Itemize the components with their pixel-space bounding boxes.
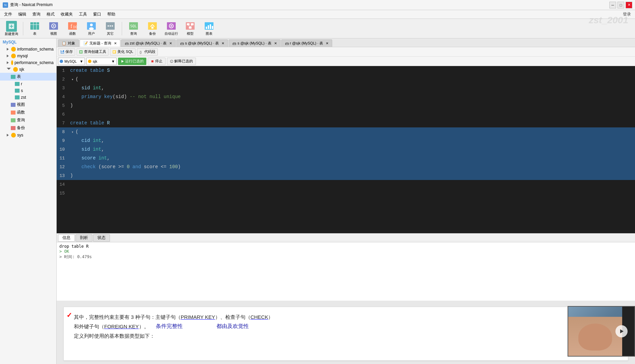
code-line-13: 13 ) (57, 171, 635, 180)
titlebar: N 查询 - Navicat Premium ─ □ ✕ (0, 0, 635, 10)
line-num-5: 5 (57, 103, 69, 108)
menu-favorites[interactable]: 收藏夹 (58, 11, 76, 18)
toolbar-backup[interactable]: 备份 (144, 20, 161, 37)
db-select[interactable]: MySQL ▼ (58, 58, 85, 65)
sidebar-item-queries[interactable]: 查询 (0, 116, 56, 124)
tab-s2[interactable]: 🗃 s @sjk (MySQL) · 表 ✕ (229, 39, 280, 47)
sidebar-db-header[interactable]: MySQL (0, 38, 56, 46)
menu-query[interactable]: 查询 (30, 11, 43, 18)
sidebar-item-information-schema[interactable]: information_schema (0, 46, 56, 53)
menu-window[interactable]: 窗口 (90, 11, 104, 18)
video-overlay[interactable] (568, 306, 635, 357)
save-button[interactable]: 保存 (58, 48, 75, 56)
btab-profiling[interactable]: 剖析 (76, 234, 92, 242)
user-icon (87, 21, 96, 31)
code-button[interactable]: {} 代码段 (137, 48, 158, 56)
tab-s1-close[interactable]: ✕ (222, 41, 224, 45)
tab-zst-close[interactable]: ✕ (169, 41, 172, 45)
chart-icon (204, 21, 214, 31)
sidebar: MySQL information_schema mysql performan… (0, 38, 57, 364)
btab-status-label: 状态 (97, 235, 106, 241)
line-num-1: 1 (57, 68, 69, 73)
toolbar-chart[interactable]: 图表 (200, 20, 218, 37)
close-button[interactable]: ✕ (626, 2, 632, 8)
schema-dropdown-icon: ▼ (111, 59, 115, 63)
toolbar-table[interactable]: 表 (26, 20, 44, 37)
svg-point-18 (110, 25, 111, 27)
code-line-6: 6 (57, 110, 635, 119)
annotation-line2-text: 和外键子句（FOREIGN KEY）。 (74, 322, 149, 331)
sidebar-item-performance-schema[interactable]: performance_schema (0, 59, 56, 66)
menu-tools[interactable]: 工具 (76, 11, 90, 18)
tab-zst[interactable]: 🗃 zst @sjk (MySQL) · 表 ✕ (121, 39, 176, 47)
editor-and-bottom: 1 create table S 2 ▾( 3 sid int, 4 prima… (57, 66, 635, 364)
mysql-icon (60, 60, 63, 63)
svg-rect-37 (212, 26, 213, 29)
annotation-panel: ✓ 其中，完整性约束主要有 3 种子句：主键子句（PRIMARY KEY）、检查… (63, 307, 628, 361)
run-selected-button[interactable]: 运行已选的 (118, 58, 146, 65)
svg-text:(x): (x) (73, 25, 77, 29)
query-icon (11, 118, 16, 122)
table-icon (15, 89, 20, 93)
beautify-button[interactable]: 美化 SQL (110, 48, 136, 56)
toolbar-user[interactable]: 用户 (83, 20, 100, 37)
sidebar-item-views[interactable]: 视图 (0, 101, 56, 109)
tab-close-icon[interactable]: ✕ (114, 41, 117, 45)
tab-s2-close[interactable]: ✕ (274, 41, 277, 45)
run-icon (121, 60, 124, 63)
table-icon (15, 82, 20, 86)
play-button[interactable] (615, 325, 628, 337)
toolbar-other[interactable]: 其它 (102, 20, 119, 37)
tab-s2-label: s @sjk (MySQL) · 表 (237, 41, 271, 46)
log-line-3: > 时间: 0.479s (59, 254, 632, 260)
sidebar-item-table[interactable]: 表 (0, 73, 56, 81)
sidebar-item-s[interactable]: s (0, 87, 56, 94)
menu-edit[interactable]: 编辑 (16, 11, 29, 18)
tab-query-active[interactable]: 📝 无标题 - 查询 ✕ (80, 39, 120, 47)
titlebar-controls[interactable]: ─ □ ✕ (609, 2, 632, 8)
code-line-10: 10 sid int, (57, 145, 635, 154)
svg-point-9 (53, 25, 54, 27)
tab-object[interactable]: 📋 对象 (58, 39, 79, 47)
sidebar-item-funcs[interactable]: 函数 (0, 109, 56, 116)
beautify-label: 美化 SQL (117, 49, 133, 54)
schema-select[interactable]: sjk ▼ (86, 58, 117, 65)
sidebar-item-r[interactable]: r (0, 81, 56, 87)
sidebar-item-backups[interactable]: 备份 (0, 124, 56, 132)
line-content-8: ▾( (69, 129, 635, 134)
tab-s1[interactable]: 🗃 s @sjk (MySQL) · 表 ✕ (176, 39, 228, 47)
table-icon (30, 21, 39, 31)
sidebar-item-sjk[interactable]: sjk (0, 66, 56, 73)
tab-query-icon: 📝 (83, 41, 88, 46)
schema-icon (88, 60, 91, 63)
btab-status[interactable]: 状态 (93, 234, 110, 242)
toolbar-model[interactable]: 模型 (181, 20, 199, 37)
btab-info[interactable]: 信息 (58, 234, 75, 242)
stop-button[interactable]: 停止 (148, 58, 166, 65)
menu-help[interactable]: 帮助 (105, 11, 118, 18)
sidebar-item-mysql[interactable]: mysql (0, 53, 56, 59)
toolbar-query[interactable]: SQL 查询 (125, 20, 142, 37)
sidebar-item-zst[interactable]: zst (0, 94, 56, 101)
toolbar-view[interactable]: 视图 (45, 20, 62, 37)
code-line-8: 8 ▾( (57, 127, 635, 136)
toolbar-autorun[interactable]: 自动运行 (163, 20, 180, 37)
svg-text:i: i (171, 60, 172, 63)
explain-button[interactable]: i 解释已选的 (167, 58, 196, 65)
annotation-content: 其中，完整性约束主要有 3 种子句：主键子句（PRIMARY KEY）、检查子句… (70, 312, 621, 340)
restore-button[interactable]: □ (617, 2, 624, 8)
menu-format[interactable]: 格式 (44, 11, 57, 18)
code-line-15: 15 (57, 189, 635, 198)
toolbar-func[interactable]: f(x) 函数 (64, 20, 81, 37)
tab-r[interactable]: 🗃 r @sjk (MySQL) · 表 ✕ (281, 39, 333, 47)
code-editor[interactable]: 1 create table S 2 ▾( 3 sid int, 4 prima… (57, 66, 635, 233)
primary-key-term: PRIMARY KEY (181, 314, 215, 320)
tab-r-close[interactable]: ✕ (326, 41, 328, 45)
menu-file[interactable]: 文件 (1, 11, 15, 18)
sidebar-item-sys[interactable]: sys (0, 132, 56, 139)
designer-button[interactable]: 查询创建工具 (77, 48, 109, 56)
caret-open-icon (7, 68, 11, 71)
minimize-button[interactable]: ─ (609, 2, 616, 8)
annotation-line2: 和外键子句（FOREIGN KEY）。 条件完整性 都由及欢觉性 (74, 322, 621, 331)
check-term: CHECK (251, 314, 268, 320)
